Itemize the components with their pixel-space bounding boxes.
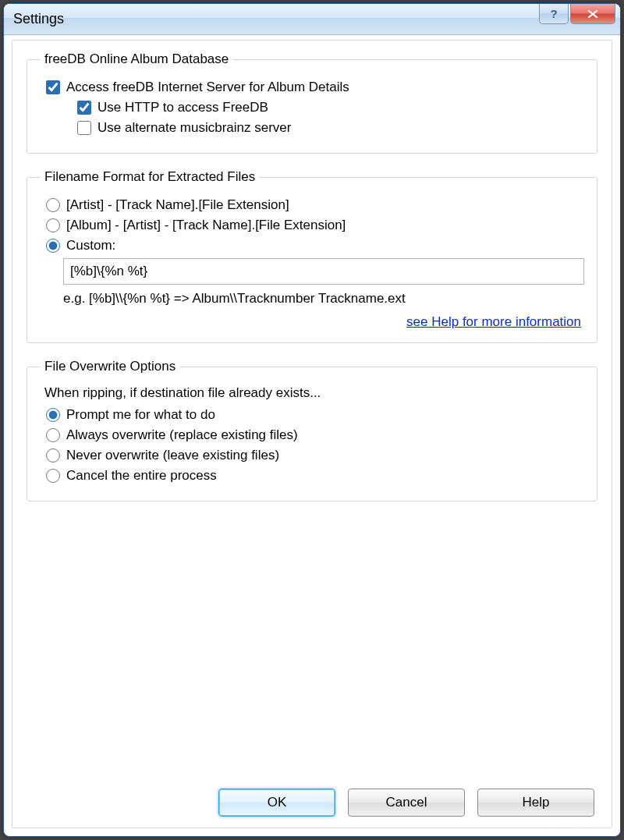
- row-ov-always: Always overwrite (replace existing files…: [46, 427, 584, 443]
- watermark: © LO4D.com: [549, 823, 616, 835]
- label-ov-cancel: Cancel the entire process: [66, 468, 217, 484]
- row-format-artist: [Artist] - [Track Name].[File Extension]: [46, 197, 584, 213]
- dialog-button-bar: OK Cancel Help: [27, 784, 597, 818]
- checkbox-musicbrainz[interactable]: [77, 121, 91, 135]
- label-use-http: Use HTTP to access FreeDB: [98, 100, 268, 115]
- label-format-custom: Custom:: [66, 238, 115, 253]
- checkbox-use-http[interactable]: [77, 101, 91, 115]
- radio-format-album[interactable]: [46, 218, 60, 232]
- row-ov-cancel: Cancel the entire process: [46, 468, 584, 484]
- link-see-help[interactable]: see Help for more information: [406, 314, 581, 329]
- input-custom-format[interactable]: [63, 258, 584, 285]
- group-overwrite: File Overwrite Options When ripping, if …: [27, 359, 597, 502]
- dialog-client-area: freeDB Online Album Database Access free…: [12, 40, 612, 828]
- radio-ov-prompt[interactable]: [46, 408, 60, 422]
- radio-ov-cancel[interactable]: [46, 469, 60, 483]
- group-overwrite-legend: File Overwrite Options: [40, 359, 180, 374]
- cancel-button[interactable]: Cancel: [348, 789, 465, 817]
- label-ov-prompt: Prompt me for what to do: [66, 407, 215, 423]
- label-ov-never: Never overwrite (leave existing files): [66, 448, 279, 463]
- label-format-album: [Album] - [Artist] - [Track Name].[File …: [66, 218, 346, 233]
- row-access-freedb: Access freeDB Internet Server for Album …: [46, 80, 584, 95]
- checkbox-access-freedb[interactable]: [46, 80, 60, 94]
- radio-format-custom[interactable]: [46, 239, 60, 253]
- radio-ov-always[interactable]: [46, 428, 60, 442]
- custom-format-example: e.g. [%b]\\{%n %t} => Album\\Tracknumber…: [63, 291, 584, 307]
- label-access-freedb: Access freeDB Internet Server for Album …: [66, 80, 349, 95]
- titlebar-close-button[interactable]: [570, 4, 615, 24]
- group-filename-legend: Filename Format for Extracted Files: [40, 169, 260, 185]
- row-ov-prompt: Prompt me for what to do: [46, 407, 584, 423]
- row-help-link: see Help for more information: [40, 314, 581, 330]
- group-filename-format: Filename Format for Extracted Files [Art…: [27, 169, 597, 343]
- label-musicbrainz: Use alternate musicbrainz server: [98, 120, 291, 136]
- titlebar[interactable]: Settings ?: [4, 4, 620, 35]
- ok-button[interactable]: OK: [218, 789, 335, 817]
- titlebar-buttons: ?: [539, 4, 615, 34]
- close-icon: [587, 9, 599, 19]
- help-button[interactable]: Help: [477, 789, 594, 817]
- window-title: Settings: [13, 11, 539, 27]
- row-musicbrainz: Use alternate musicbrainz server: [77, 120, 584, 136]
- overwrite-intro: When ripping, if destination file alread…: [44, 385, 584, 401]
- row-format-album: [Album] - [Artist] - [Track Name].[File …: [46, 218, 584, 233]
- titlebar-help-button[interactable]: ?: [539, 4, 569, 24]
- label-format-artist: [Artist] - [Track Name].[File Extension]: [66, 197, 289, 213]
- settings-dialog: Settings ? freeDB Online Album Database …: [3, 3, 621, 837]
- row-format-custom: Custom:: [46, 238, 584, 253]
- group-freedb: freeDB Online Album Database Access free…: [27, 51, 597, 154]
- row-ov-never: Never overwrite (leave existing files): [46, 448, 584, 463]
- group-freedb-legend: freeDB Online Album Database: [40, 51, 233, 67]
- row-custom-input: [63, 258, 584, 285]
- label-ov-always: Always overwrite (replace existing files…: [66, 427, 298, 443]
- row-use-http: Use HTTP to access FreeDB: [77, 100, 584, 115]
- radio-ov-never[interactable]: [46, 448, 60, 463]
- radio-format-artist[interactable]: [46, 198, 60, 212]
- help-icon: ?: [550, 7, 557, 20]
